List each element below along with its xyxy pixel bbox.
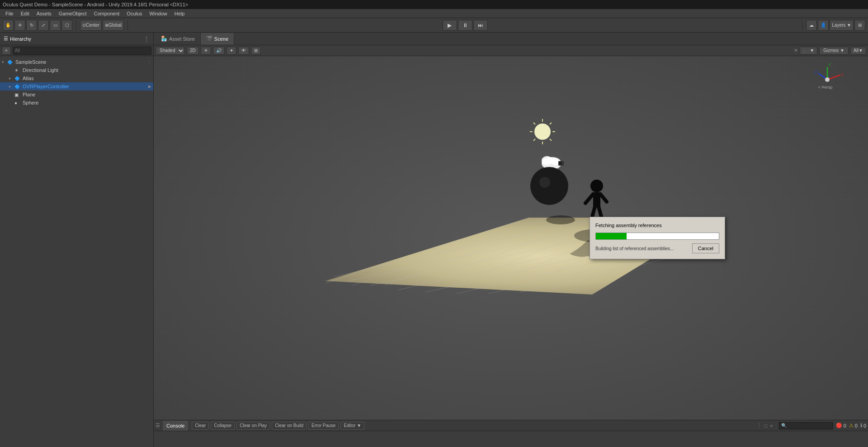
console-search-input[interactable] bbox=[779, 422, 833, 429]
menu-gameobject[interactable]: GameObject bbox=[55, 9, 90, 18]
play-button[interactable]: ▶ bbox=[443, 20, 457, 31]
menu-bar: File Edit Assets GameObject Component Oc… bbox=[0, 9, 868, 18]
hier-item-samplescene[interactable]: ▾ 🔷 SampleScene ⋮ bbox=[0, 58, 153, 66]
menu-window[interactable]: Window bbox=[146, 9, 171, 18]
error-count: 🔴 0 bbox=[836, 423, 846, 428]
label-ovrplayercontroller: OVRPlayerController bbox=[23, 84, 69, 89]
console-panel-maximize[interactable]: □ bbox=[764, 423, 768, 428]
lighting-toggle[interactable]: ☀ bbox=[201, 47, 211, 55]
shading-dropdown[interactable]: Shaded bbox=[156, 47, 185, 55]
menu-help[interactable]: Help bbox=[171, 9, 189, 18]
console-error-pause-btn[interactable]: Error Pause bbox=[308, 422, 339, 430]
menu-oculus[interactable]: Oculus bbox=[123, 9, 146, 18]
dialog-status: Building list of referenced assemblies..… bbox=[595, 246, 674, 251]
menu-edit[interactable]: Edit bbox=[17, 9, 33, 18]
console-panel: ☰ Console Clear Collapse Clear on Play C… bbox=[154, 420, 868, 447]
grid-toggle[interactable]: ⊞ bbox=[251, 47, 261, 55]
hier-item-plane[interactable]: ▸ ▣ Plane bbox=[0, 90, 153, 99]
scene-toolbar: Shaded 2D ☀ 🔊 ✦ 👁 ⊞ ✕ 🎥 ▼ Gizmos ▼ All ▼ bbox=[154, 45, 868, 56]
icon-directionallight: ☀ bbox=[14, 68, 22, 73]
dialog-bottom: Building list of referenced assemblies..… bbox=[595, 243, 719, 253]
error-icon: 🔴 bbox=[836, 423, 842, 428]
console-editor-btn[interactable]: Editor ▼ bbox=[340, 422, 364, 430]
gizmos-label: Gizmos bbox=[823, 48, 839, 53]
hier-item-directionallight[interactable]: ▸ ☀ Directional Light bbox=[0, 66, 153, 74]
camera-dropdown[interactable]: 🎥 ▼ bbox=[800, 47, 817, 55]
layout-button[interactable]: ⊞ bbox=[854, 20, 865, 31]
hierarchy-search[interactable] bbox=[13, 47, 151, 55]
scene-viewport[interactable]: X Y Z < Persp Fetching assembly referenc… bbox=[154, 56, 868, 420]
tab-scene[interactable]: 🎬 Scene bbox=[201, 33, 234, 45]
audio-toggle[interactable]: 🔊 bbox=[213, 47, 225, 55]
console-header: ☰ Console Clear Collapse Clear on Play C… bbox=[154, 420, 868, 431]
tool-transform[interactable]: ⬡ bbox=[61, 20, 72, 31]
progress-bar-container bbox=[595, 233, 719, 240]
step-button[interactable]: ⏭ bbox=[473, 20, 488, 31]
toolbar: ✋ ✛ ↻ ⤢ ▭ ⬡ ⊙ Center ⊕ Global ▶ ⏸ ⏭ ☁ 👤 … bbox=[0, 18, 868, 33]
cloud-button[interactable]: ☁ bbox=[806, 20, 817, 31]
tool-scale[interactable]: ⤢ bbox=[38, 20, 49, 31]
separator-console bbox=[776, 423, 776, 429]
hierarchy-header: ☰ Hierarchy ⋮ bbox=[0, 33, 153, 45]
main-layout: ☰ Hierarchy ⋮ + ▾ 🔷 SampleScene ⋮ ▸ ☀ Di… bbox=[0, 33, 868, 447]
2d-toggle[interactable]: 2D bbox=[187, 47, 199, 55]
gizmos-arrow: ▼ bbox=[840, 48, 844, 53]
all-label: All bbox=[854, 48, 859, 53]
console-tab[interactable]: Console bbox=[163, 421, 188, 431]
pivot-mode-btn[interactable]: ⊕ Global bbox=[103, 20, 124, 31]
svg-point-34 bbox=[534, 124, 551, 140]
all-layers-btn[interactable]: All ▼ bbox=[850, 47, 866, 55]
message-count: ℹ 0 bbox=[860, 423, 866, 428]
play-controls: ▶ ⏸ ⏭ bbox=[443, 20, 488, 31]
hier-item-sphere[interactable]: ▸ ● Sphere bbox=[0, 99, 153, 107]
label-sphere: Sphere bbox=[23, 100, 38, 105]
svg-text:Z: Z bbox=[815, 70, 817, 74]
pivot-group: ⊙ Center ⊕ Global bbox=[80, 20, 124, 31]
console-clear-on-build-btn[interactable]: Clear on Build bbox=[272, 422, 307, 430]
menu-assets[interactable]: Assets bbox=[33, 9, 55, 18]
console-panel-close[interactable]: × bbox=[770, 423, 773, 428]
hierarchy-add-btn[interactable]: + bbox=[2, 47, 11, 55]
hierarchy-content: ▾ 🔷 SampleScene ⋮ ▸ ☀ Directional Light … bbox=[0, 56, 153, 447]
tool-rect[interactable]: ▭ bbox=[50, 20, 61, 31]
console-clear-btn[interactable]: Clear bbox=[192, 422, 209, 430]
clear-icon: ✕ bbox=[794, 48, 798, 53]
arrow-ovrplayercontroller: ▸ bbox=[9, 84, 14, 89]
fx-toggle[interactable]: ✦ bbox=[226, 47, 236, 55]
all-arrow: ▼ bbox=[859, 48, 863, 53]
hier-item-atlas[interactable]: ▸ 🔷 Atlas bbox=[0, 74, 153, 82]
icon-plane: ▣ bbox=[14, 92, 22, 97]
menu-file[interactable]: File bbox=[2, 9, 17, 18]
console-panel-options[interactable]: ⋮ bbox=[757, 423, 762, 428]
scene-svg: X Y Z < Persp bbox=[154, 56, 868, 420]
gizmos-btn[interactable]: Gizmos ▼ bbox=[819, 47, 849, 55]
hier-item-ovrplayercontroller[interactable]: ▸ 🔷 OVRPlayerController ▶ bbox=[0, 82, 153, 90]
layers-button[interactable]: Layers ▼ bbox=[830, 20, 854, 31]
tool-move[interactable]: ✛ bbox=[14, 20, 25, 31]
hierarchy-tab[interactable]: ☰ Hierarchy bbox=[4, 36, 31, 42]
console-collapse-btn[interactable]: Collapse bbox=[211, 422, 235, 430]
warning-icon: ⚠ bbox=[849, 423, 854, 428]
scene-right-controls: ✕ 🎥 ▼ Gizmos ▼ All ▼ bbox=[794, 47, 866, 55]
title-bar: Oculus Quest Demo - SampleScene - Androi… bbox=[0, 0, 868, 9]
console-label: Console bbox=[166, 423, 184, 428]
tool-rotate[interactable]: ↻ bbox=[26, 20, 37, 31]
account-button[interactable]: 👤 bbox=[818, 20, 829, 31]
console-clear-on-play-btn[interactable]: Clear on Play bbox=[236, 422, 270, 430]
pause-button[interactable]: ⏸ bbox=[458, 20, 472, 31]
svg-text:X: X bbox=[841, 72, 844, 77]
pivot-center-btn[interactable]: ⊙ Center bbox=[80, 20, 102, 31]
svg-text:Y: Y bbox=[828, 62, 831, 67]
more-samplescene[interactable]: ⋮ bbox=[147, 60, 151, 64]
hidden-toggle[interactable]: 👁 bbox=[238, 47, 249, 55]
tool-hand[interactable]: ✋ bbox=[3, 20, 14, 31]
menu-component[interactable]: Component bbox=[90, 9, 123, 18]
dialog-cancel-btn[interactable]: Cancel bbox=[692, 243, 719, 253]
svg-text:< Persp: < Persp bbox=[818, 85, 832, 90]
tab-asset-store[interactable]: 🏪 Asset Store bbox=[156, 33, 201, 45]
label-directionallight: Directional Light bbox=[23, 67, 58, 73]
icon-sphere: ● bbox=[14, 100, 22, 105]
icon-atlas: 🔷 bbox=[14, 76, 22, 81]
separator-2 bbox=[127, 20, 128, 30]
hierarchy-panel-menu[interactable]: ⋮ bbox=[143, 35, 150, 43]
